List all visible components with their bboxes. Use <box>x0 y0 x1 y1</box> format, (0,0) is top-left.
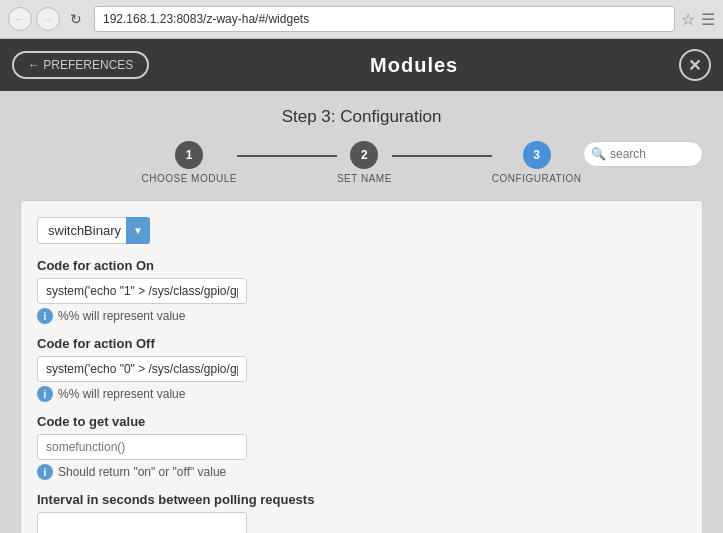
search-container: 🔍 <box>583 141 703 167</box>
module-select[interactable]: switchBinary <box>37 217 150 244</box>
field-action-on-label: Code for action On <box>37 258 686 273</box>
step-2: 2 SET NAME <box>337 141 392 184</box>
star-icon[interactable]: ☆ <box>681 10 695 29</box>
field-action-off-note: i %% will represent value <box>37 386 686 402</box>
close-icon: ✕ <box>688 56 701 75</box>
field-action-off-label: Code for action Off <box>37 336 686 351</box>
back-button[interactable]: ← <box>8 7 32 31</box>
refresh-button[interactable]: ↻ <box>64 7 88 31</box>
form-card: switchBinary ▼ Code for action On i %% w… <box>20 200 703 533</box>
field-action-on: Code for action On i %% will represent v… <box>37 258 686 324</box>
step-indicator-row: 1 CHOOSE MODULE 2 SET NAME 3 <box>142 141 582 184</box>
step-1-label: CHOOSE MODULE <box>142 173 237 184</box>
step-title: Step 3: Configuration <box>20 107 703 127</box>
step-header: Step 3: Configuration 1 CHOOSE MODULE 2 … <box>20 107 703 184</box>
field-get-value-note: i Should return "on" or "off" value <box>37 464 686 480</box>
field-get-value-input[interactable] <box>37 434 247 460</box>
step-2-circle: 2 <box>350 141 378 169</box>
url-text: 192.168.1.23:8083/z-way-ha/#/widgets <box>103 12 309 26</box>
step-line-2 <box>392 155 492 157</box>
field-interval-input[interactable] <box>37 512 247 533</box>
url-bar[interactable]: 192.168.1.23:8083/z-way-ha/#/widgets <box>94 6 675 32</box>
step-3-label: CONFIGURATION <box>492 173 582 184</box>
field-action-on-note: i %% will represent value <box>37 308 686 324</box>
browser-icons: ☆ ☰ <box>681 10 715 29</box>
step-3: 3 CONFIGURATION <box>492 141 582 184</box>
step-2-label: SET NAME <box>337 173 392 184</box>
nav-buttons: ← → ↻ <box>8 7 88 31</box>
forward-button[interactable]: → <box>36 7 60 31</box>
field-get-value: Code to get value i Should return "on" o… <box>37 414 686 480</box>
info-icon-3: i <box>37 464 53 480</box>
main-content: Step 3: Configuration 1 CHOOSE MODULE 2 … <box>0 91 723 533</box>
module-select-wrapper: switchBinary ▼ <box>37 217 150 244</box>
field-action-off: Code for action Off i %% will represent … <box>37 336 686 402</box>
info-icon-1: i <box>37 308 53 324</box>
step-3-circle: 3 <box>523 141 551 169</box>
info-icon-2: i <box>37 386 53 402</box>
browser-toolbar: ← → ↻ 192.168.1.23:8083/z-way-ha/#/widge… <box>0 0 723 38</box>
module-select-row: switchBinary ▼ <box>37 217 686 244</box>
field-interval-label: Interval in seconds between polling requ… <box>37 492 686 507</box>
browser-chrome: ← → ↻ 192.168.1.23:8083/z-way-ha/#/widge… <box>0 0 723 39</box>
close-button[interactable]: ✕ <box>679 49 711 81</box>
app-title: Modules <box>370 54 458 77</box>
preferences-button[interactable]: ← PREFERENCES <box>12 51 149 79</box>
app-header: ← PREFERENCES Modules ✕ <box>0 39 723 91</box>
step-1-circle: 1 <box>175 141 203 169</box>
field-get-value-label: Code to get value <box>37 414 686 429</box>
menu-icon[interactable]: ☰ <box>701 10 715 29</box>
search-icon: 🔍 <box>591 147 606 161</box>
field-action-off-input[interactable] <box>37 356 247 382</box>
field-action-on-input[interactable] <box>37 278 247 304</box>
step-1: 1 CHOOSE MODULE <box>142 141 237 184</box>
field-interval: Interval in seconds between polling requ… <box>37 492 686 533</box>
preferences-label: ← PREFERENCES <box>28 58 133 72</box>
step-line-1 <box>237 155 337 157</box>
